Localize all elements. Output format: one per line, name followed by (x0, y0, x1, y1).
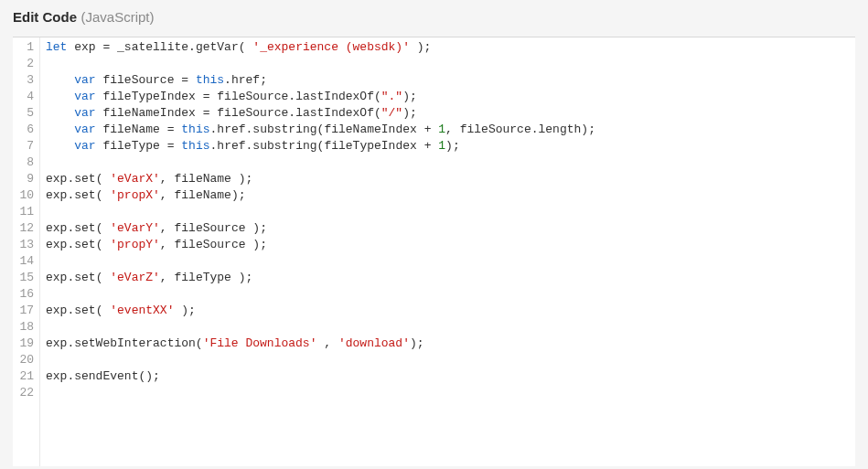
code-line[interactable]: var fileSource = this.href; (46, 72, 855, 89)
code-line[interactable]: var fileTypeIndex = fileSource.lastIndex… (46, 89, 855, 105)
code-line[interactable]: var fileName = this.href.substring(fileN… (46, 122, 855, 138)
line-number: 6 (13, 122, 34, 138)
code-line[interactable]: exp.set( 'eVarX', fileName ); (46, 171, 855, 187)
line-number: 19 (13, 336, 34, 352)
editor-header: Edit Code (JavaScript) (0, 0, 868, 37)
code-line[interactable]: exp.set( 'propX', fileName); (46, 187, 855, 204)
code-line[interactable] (46, 385, 855, 401)
line-number: 3 (13, 72, 34, 89)
line-number: 13 (13, 237, 34, 253)
code-editor[interactable]: 12345678910111213141516171819202122 let … (13, 37, 855, 466)
line-number: 7 (13, 138, 34, 155)
line-number: 5 (13, 105, 34, 122)
code-area[interactable]: let exp = _satellite.getVar( '_experienc… (40, 37, 855, 466)
code-line[interactable] (46, 253, 855, 270)
line-number: 10 (13, 187, 34, 204)
code-line[interactable]: var fileType = this.href.substring(fileT… (46, 138, 855, 155)
line-number-gutter: 12345678910111213141516171819202122 (13, 37, 40, 466)
code-line[interactable]: exp.set( 'propY', fileSource ); (46, 237, 855, 253)
editor-language: (JavaScript) (80, 9, 154, 25)
code-line[interactable] (46, 286, 855, 303)
line-number: 1 (13, 39, 34, 56)
line-number: 17 (13, 303, 34, 319)
line-number: 18 (13, 319, 34, 336)
code-line[interactable]: exp.set( 'eventXX' ); (46, 303, 855, 319)
line-number: 11 (13, 204, 34, 220)
code-line[interactable] (46, 352, 855, 368)
line-number: 15 (13, 270, 34, 286)
code-line[interactable] (46, 319, 855, 336)
line-number: 9 (13, 171, 34, 187)
code-line[interactable]: let exp = _satellite.getVar( '_experienc… (46, 39, 855, 56)
line-number: 14 (13, 253, 34, 270)
line-number: 20 (13, 352, 34, 368)
code-line[interactable] (46, 204, 855, 220)
line-number: 22 (13, 385, 34, 401)
code-line[interactable] (46, 155, 855, 171)
code-line[interactable]: exp.set( 'eVarY', fileSource ); (46, 220, 855, 237)
line-number: 12 (13, 220, 34, 237)
editor-title: Edit Code (13, 9, 77, 25)
line-number: 8 (13, 155, 34, 171)
code-line[interactable]: exp.sendEvent(); (46, 368, 855, 385)
code-line[interactable]: exp.set( 'eVarZ', fileType ); (46, 270, 855, 286)
line-number: 2 (13, 56, 34, 72)
code-line[interactable] (46, 56, 855, 72)
line-number: 16 (13, 286, 34, 303)
code-line[interactable]: var fileNameIndex = fileSource.lastIndex… (46, 105, 855, 122)
line-number: 21 (13, 368, 34, 385)
code-line[interactable]: exp.setWebInteraction('File Downloads' ,… (46, 336, 855, 352)
line-number: 4 (13, 89, 34, 105)
